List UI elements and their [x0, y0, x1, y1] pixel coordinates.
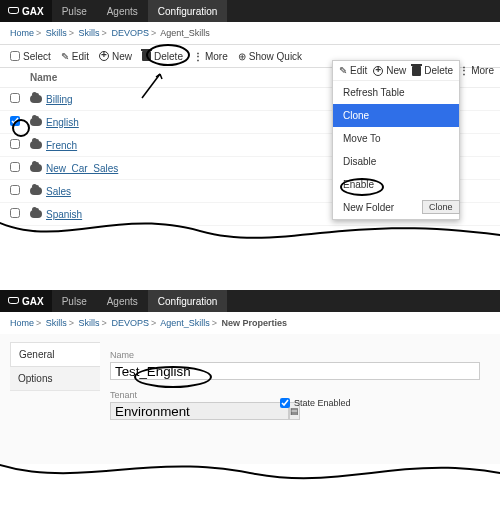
annotation-arrow — [140, 72, 168, 100]
name-field-label: Name — [110, 350, 480, 360]
crumb-devops[interactable]: DEVOPS — [111, 318, 149, 328]
torn-edge-decoration — [0, 452, 500, 490]
breadcrumb: Home> Skills> Skills> DEVOPS> Agent_Skil… — [0, 312, 500, 334]
skill-icon — [30, 187, 42, 195]
app-logo: GAX — [0, 290, 52, 312]
breadcrumb: Home> Skills> Skills> DEVOPS> Agent_Skil… — [0, 22, 500, 44]
side-tabs: General Options — [10, 342, 100, 424]
top-nav-bar: GAX Pulse Agents Configuration — [0, 0, 500, 22]
top-nav-bar: GAX Pulse Agents Configuration — [0, 290, 500, 312]
row-checkbox[interactable] — [10, 139, 20, 149]
skill-icon — [30, 141, 42, 149]
select-button[interactable]: Select — [10, 51, 51, 62]
crumb-skills2[interactable]: Skills — [79, 318, 100, 328]
delete-button[interactable]: Delete — [142, 51, 183, 62]
tenant-input[interactable] — [110, 402, 289, 420]
menu-item-refresh-table[interactable]: Refresh Table — [333, 81, 459, 104]
crumb-agent-skills: Agent_Skills — [160, 28, 210, 38]
popup-new-button[interactable]: New — [373, 65, 406, 76]
logo-icon — [8, 6, 18, 16]
nav-tab-configuration[interactable]: Configuration — [148, 0, 227, 22]
more-label: More — [205, 51, 228, 62]
menu-item-move-to[interactable]: Move To — [333, 127, 459, 150]
nav-tab-agents[interactable]: Agents — [97, 290, 148, 312]
popup-edit-button[interactable]: ✎Edit — [339, 65, 367, 76]
select-label: Select — [23, 51, 51, 62]
skill-icon — [30, 95, 42, 103]
nav-tab-agents[interactable]: Agents — [97, 0, 148, 22]
skill-name-link[interactable]: Sales — [46, 186, 71, 197]
crumb-new-properties: New Properties — [222, 318, 288, 328]
column-header-name[interactable]: Name — [30, 72, 57, 83]
magnifier-plus-icon: ⊕ — [238, 51, 246, 62]
crumb-skills2[interactable]: Skills — [79, 28, 100, 38]
crumb-home[interactable]: Home — [10, 318, 34, 328]
edit-button[interactable]: ✎ Edit — [61, 51, 89, 62]
crumb-home[interactable]: Home — [10, 28, 34, 38]
menu-item-disable[interactable]: Disable — [333, 150, 459, 173]
trash-icon — [412, 66, 421, 76]
side-tab-general[interactable]: General — [10, 342, 100, 367]
skill-icon — [30, 164, 42, 172]
trash-icon — [142, 51, 151, 61]
nav-tab-pulse[interactable]: Pulse — [52, 0, 97, 22]
more-menu-popup: ✎Edit New Delete ⋮More Refresh TableClon… — [332, 60, 460, 220]
crumb-devops[interactable]: DEVOPS — [111, 28, 149, 38]
select-checkbox-icon[interactable] — [10, 51, 20, 61]
edit-label: Edit — [72, 51, 89, 62]
dots-icon: ⋮ — [193, 51, 202, 62]
skill-name-link[interactable]: English — [46, 117, 79, 128]
logo-icon — [8, 296, 18, 306]
more-button[interactable]: ⋮ More — [193, 51, 228, 62]
skill-name-link[interactable]: French — [46, 140, 77, 151]
name-input[interactable] — [110, 362, 480, 380]
app-logo-text: GAX — [22, 296, 44, 307]
new-label: New — [112, 51, 132, 62]
row-checkbox[interactable] — [10, 185, 20, 195]
state-enabled-label: State Enabled — [294, 398, 351, 408]
crumb-skills1[interactable]: Skills — [46, 28, 67, 38]
plus-icon — [373, 66, 383, 76]
nav-tab-pulse[interactable]: Pulse — [52, 290, 97, 312]
dots-icon: ⋮ — [459, 65, 468, 76]
popup-delete-button[interactable]: Delete — [412, 65, 453, 76]
tenant-field-label: Tenant — [110, 390, 270, 400]
state-enabled-checkbox[interactable] — [280, 398, 290, 408]
clone-tooltip-button[interactable]: Clone — [422, 200, 460, 214]
app-logo: GAX — [0, 0, 52, 22]
crumb-skills1[interactable]: Skills — [46, 318, 67, 328]
popup-more-button[interactable]: ⋮More — [459, 65, 494, 76]
show-quick-label: Show Quick — [249, 51, 302, 62]
delete-label: Delete — [154, 51, 183, 62]
menu-item-enable[interactable]: Enable — [333, 173, 459, 196]
row-checkbox[interactable] — [10, 116, 20, 126]
plus-icon — [99, 51, 109, 61]
row-checkbox[interactable] — [10, 93, 20, 103]
skill-name-link[interactable]: New_Car_Sales — [46, 163, 118, 174]
show-quick-button[interactable]: ⊕ Show Quick — [238, 51, 302, 62]
skill-icon — [30, 118, 42, 126]
side-tab-options[interactable]: Options — [10, 367, 100, 391]
state-enabled-toggle[interactable]: State Enabled — [280, 398, 351, 408]
new-button[interactable]: New — [99, 51, 132, 62]
skill-name-link[interactable]: Billing — [46, 94, 73, 105]
row-checkbox[interactable] — [10, 162, 20, 172]
app-logo-text: GAX — [22, 6, 44, 17]
menu-item-clone[interactable]: Clone — [333, 104, 459, 127]
pencil-icon: ✎ — [61, 51, 69, 62]
nav-tab-configuration[interactable]: Configuration — [148, 290, 227, 312]
crumb-agent-skills[interactable]: Agent_Skills — [160, 318, 210, 328]
pencil-icon: ✎ — [339, 65, 347, 76]
